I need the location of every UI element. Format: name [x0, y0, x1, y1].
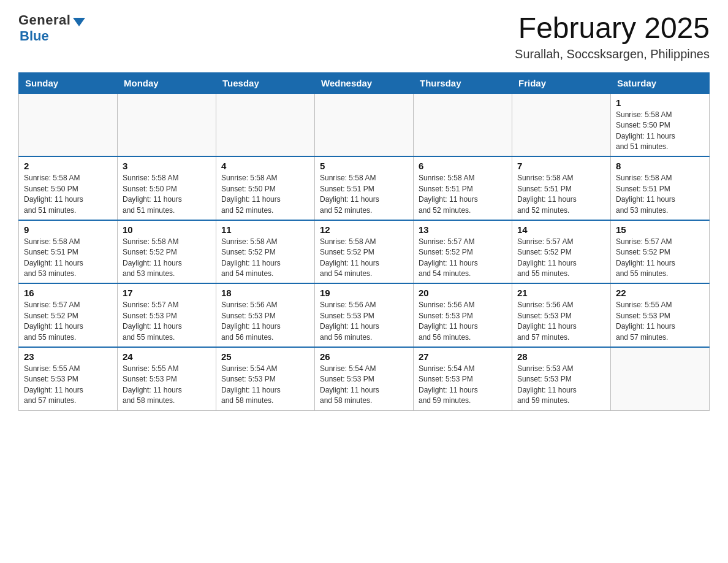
title-section: February 2025 Surallah, Soccsksargen, Ph… — [515, 12, 710, 61]
calendar-cell: 7Sunrise: 5:58 AM Sunset: 5:51 PM Daylig… — [512, 156, 611, 220]
day-number: 8 — [616, 161, 704, 171]
day-number: 9 — [24, 224, 112, 235]
day-info: Sunrise: 5:55 AM Sunset: 5:53 PM Dayligh… — [616, 300, 704, 343]
calendar-cell — [611, 347, 710, 410]
location: Surallah, Soccsksargen, Philippines — [515, 47, 710, 61]
day-info: Sunrise: 5:58 AM Sunset: 5:51 PM Dayligh… — [24, 237, 112, 280]
day-info: Sunrise: 5:57 AM Sunset: 5:52 PM Dayligh… — [616, 237, 704, 280]
calendar-cell: 18Sunrise: 5:56 AM Sunset: 5:53 PM Dayli… — [216, 283, 315, 347]
calendar-cell — [512, 93, 611, 156]
calendar-header-sunday: Sunday — [19, 72, 118, 93]
logo-blue-text: Blue — [20, 28, 49, 44]
calendar-week-row: 1Sunrise: 5:58 AM Sunset: 5:50 PM Daylig… — [19, 93, 710, 156]
calendar-week-row: 16Sunrise: 5:57 AM Sunset: 5:52 PM Dayli… — [19, 283, 710, 347]
day-info: Sunrise: 5:58 AM Sunset: 5:51 PM Dayligh… — [616, 173, 704, 216]
calendar-header-friday: Friday — [512, 72, 611, 93]
calendar-week-row: 9Sunrise: 5:58 AM Sunset: 5:51 PM Daylig… — [19, 220, 710, 284]
calendar-table: SundayMondayTuesdayWednesdayThursdayFrid… — [18, 72, 710, 411]
calendar-cell: 3Sunrise: 5:58 AM Sunset: 5:50 PM Daylig… — [118, 156, 216, 220]
calendar-cell — [315, 93, 414, 156]
day-number: 20 — [419, 288, 507, 298]
day-info: Sunrise: 5:58 AM Sunset: 5:50 PM Dayligh… — [24, 173, 112, 216]
calendar-cell: 26Sunrise: 5:54 AM Sunset: 5:53 PM Dayli… — [315, 347, 414, 410]
day-info: Sunrise: 5:54 AM Sunset: 5:53 PM Dayligh… — [221, 364, 309, 407]
calendar-cell: 1Sunrise: 5:58 AM Sunset: 5:50 PM Daylig… — [611, 93, 710, 156]
calendar-cell: 21Sunrise: 5:56 AM Sunset: 5:53 PM Dayli… — [512, 283, 611, 347]
logo: General Blue — [18, 12, 85, 44]
day-number: 24 — [123, 351, 211, 362]
calendar-cell: 12Sunrise: 5:58 AM Sunset: 5:52 PM Dayli… — [315, 220, 414, 284]
day-info: Sunrise: 5:58 AM Sunset: 5:50 PM Dayligh… — [221, 173, 309, 216]
day-number: 5 — [320, 161, 408, 171]
calendar-cell: 17Sunrise: 5:57 AM Sunset: 5:53 PM Dayli… — [118, 283, 216, 347]
day-info: Sunrise: 5:58 AM Sunset: 5:51 PM Dayligh… — [517, 173, 605, 216]
day-number: 22 — [616, 288, 704, 298]
logo-arrow-icon — [73, 18, 85, 26]
day-info: Sunrise: 5:54 AM Sunset: 5:53 PM Dayligh… — [419, 364, 507, 407]
calendar-cell: 6Sunrise: 5:58 AM Sunset: 5:51 PM Daylig… — [414, 156, 512, 220]
day-info: Sunrise: 5:58 AM Sunset: 5:51 PM Dayligh… — [419, 173, 507, 216]
calendar-cell: 5Sunrise: 5:58 AM Sunset: 5:51 PM Daylig… — [315, 156, 414, 220]
day-info: Sunrise: 5:55 AM Sunset: 5:53 PM Dayligh… — [123, 364, 211, 407]
day-number: 10 — [123, 224, 211, 235]
calendar-cell: 11Sunrise: 5:58 AM Sunset: 5:52 PM Dayli… — [216, 220, 315, 284]
calendar-cell: 16Sunrise: 5:57 AM Sunset: 5:52 PM Dayli… — [19, 283, 118, 347]
day-number: 16 — [24, 288, 112, 298]
calendar-cell — [414, 93, 512, 156]
calendar-header-row: SundayMondayTuesdayWednesdayThursdayFrid… — [19, 72, 710, 93]
day-info: Sunrise: 5:56 AM Sunset: 5:53 PM Dayligh… — [517, 300, 605, 343]
calendar-cell — [216, 93, 315, 156]
day-number: 11 — [221, 224, 309, 235]
calendar-cell: 15Sunrise: 5:57 AM Sunset: 5:52 PM Dayli… — [611, 220, 710, 284]
day-number: 28 — [517, 351, 605, 362]
calendar-cell: 9Sunrise: 5:58 AM Sunset: 5:51 PM Daylig… — [19, 220, 118, 284]
calendar-header-saturday: Saturday — [611, 72, 710, 93]
calendar-cell: 19Sunrise: 5:56 AM Sunset: 5:53 PM Dayli… — [315, 283, 414, 347]
day-info: Sunrise: 5:57 AM Sunset: 5:52 PM Dayligh… — [517, 237, 605, 280]
calendar-cell: 2Sunrise: 5:58 AM Sunset: 5:50 PM Daylig… — [19, 156, 118, 220]
day-info: Sunrise: 5:57 AM Sunset: 5:52 PM Dayligh… — [419, 237, 507, 280]
calendar-week-row: 23Sunrise: 5:55 AM Sunset: 5:53 PM Dayli… — [19, 347, 710, 410]
calendar-week-row: 2Sunrise: 5:58 AM Sunset: 5:50 PM Daylig… — [19, 156, 710, 220]
day-number: 15 — [616, 224, 704, 235]
day-info: Sunrise: 5:56 AM Sunset: 5:53 PM Dayligh… — [221, 300, 309, 343]
day-number: 12 — [320, 224, 408, 235]
calendar-cell — [118, 93, 216, 156]
day-info: Sunrise: 5:58 AM Sunset: 5:52 PM Dayligh… — [320, 237, 408, 280]
calendar-header-wednesday: Wednesday — [315, 72, 414, 93]
month-title: February 2025 — [515, 12, 710, 45]
calendar-cell: 27Sunrise: 5:54 AM Sunset: 5:53 PM Dayli… — [414, 347, 512, 410]
calendar-header-monday: Monday — [118, 72, 216, 93]
day-number: 3 — [123, 161, 211, 171]
day-number: 27 — [419, 351, 507, 362]
logo-general-text: General — [18, 12, 70, 28]
day-number: 1 — [616, 98, 704, 108]
day-info: Sunrise: 5:58 AM Sunset: 5:51 PM Dayligh… — [320, 173, 408, 216]
day-number: 6 — [419, 161, 507, 171]
day-info: Sunrise: 5:55 AM Sunset: 5:53 PM Dayligh… — [24, 364, 112, 407]
day-info: Sunrise: 5:57 AM Sunset: 5:52 PM Dayligh… — [24, 300, 112, 343]
day-info: Sunrise: 5:58 AM Sunset: 5:50 PM Dayligh… — [123, 173, 211, 216]
day-number: 26 — [320, 351, 408, 362]
calendar-cell: 14Sunrise: 5:57 AM Sunset: 5:52 PM Dayli… — [512, 220, 611, 284]
day-number: 2 — [24, 161, 112, 171]
calendar-cell: 13Sunrise: 5:57 AM Sunset: 5:52 PM Dayli… — [414, 220, 512, 284]
calendar-cell: 23Sunrise: 5:55 AM Sunset: 5:53 PM Dayli… — [19, 347, 118, 410]
calendar-cell: 20Sunrise: 5:56 AM Sunset: 5:53 PM Dayli… — [414, 283, 512, 347]
calendar-header-thursday: Thursday — [414, 72, 512, 93]
calendar-cell: 8Sunrise: 5:58 AM Sunset: 5:51 PM Daylig… — [611, 156, 710, 220]
calendar-cell: 25Sunrise: 5:54 AM Sunset: 5:53 PM Dayli… — [216, 347, 315, 410]
calendar-cell: 22Sunrise: 5:55 AM Sunset: 5:53 PM Dayli… — [611, 283, 710, 347]
calendar-cell: 28Sunrise: 5:53 AM Sunset: 5:53 PM Dayli… — [512, 347, 611, 410]
day-number: 7 — [517, 161, 605, 171]
day-number: 4 — [221, 161, 309, 171]
day-number: 19 — [320, 288, 408, 298]
day-info: Sunrise: 5:58 AM Sunset: 5:50 PM Dayligh… — [616, 110, 704, 153]
day-info: Sunrise: 5:53 AM Sunset: 5:53 PM Dayligh… — [517, 364, 605, 407]
day-info: Sunrise: 5:56 AM Sunset: 5:53 PM Dayligh… — [320, 300, 408, 343]
day-number: 17 — [123, 288, 211, 298]
page-header: General Blue February 2025 Surallah, Soc… — [18, 12, 710, 61]
calendar-cell: 4Sunrise: 5:58 AM Sunset: 5:50 PM Daylig… — [216, 156, 315, 220]
calendar-cell — [19, 93, 118, 156]
day-number: 25 — [221, 351, 309, 362]
